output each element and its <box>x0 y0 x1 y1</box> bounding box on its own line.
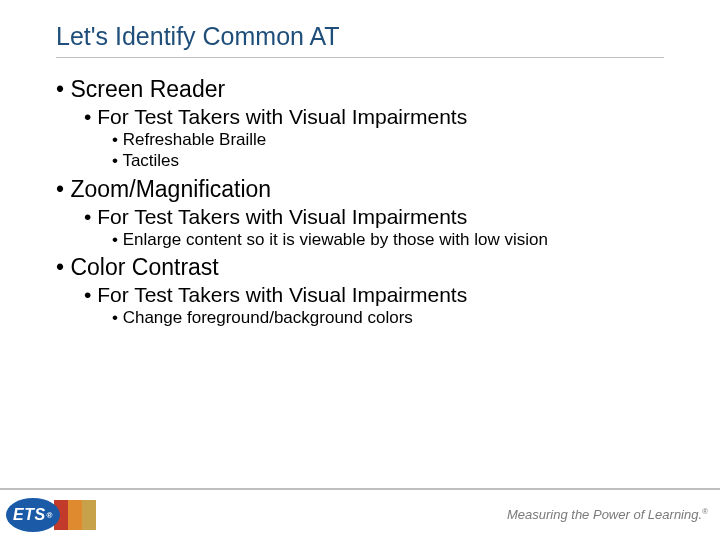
logo-text: ETS <box>13 506 46 524</box>
ets-logo-icon: ETS® <box>6 498 60 532</box>
logo: ETS® <box>0 498 96 532</box>
bullet-level2: For Test Takers with Visual Impairments <box>84 283 664 307</box>
tagline: Measuring the Power of Learning.® <box>507 507 708 522</box>
registered-mark: ® <box>47 511 53 520</box>
bullet-level3: Enlarge content so it is viewable by tho… <box>112 229 664 250</box>
title-underline <box>56 57 664 58</box>
bullet-level1: Color Contrast <box>56 254 664 281</box>
bullet-level3: Tactiles <box>112 150 664 171</box>
tagline-text: Measuring the Power of Learning. <box>507 508 702 523</box>
slide: Let's Identify Common AT Screen Reader F… <box>0 0 720 540</box>
bullet-level1: Zoom/Magnification <box>56 176 664 203</box>
bullet-level1: Screen Reader <box>56 76 664 103</box>
color-block-icon <box>82 500 96 530</box>
footer-inner: ETS® Measuring the Power of Learning.® <box>0 490 720 540</box>
bullet-level2: For Test Takers with Visual Impairments <box>84 105 664 129</box>
slide-title: Let's Identify Common AT <box>56 22 664 51</box>
bullet-level3: Change foreground/background colors <box>112 307 664 328</box>
content-area: Let's Identify Common AT Screen Reader F… <box>0 0 720 328</box>
bullet-level2: For Test Takers with Visual Impairments <box>84 205 664 229</box>
logo-color-blocks <box>54 500 96 530</box>
registered-mark: ® <box>702 507 708 516</box>
bullet-level3: Refreshable Braille <box>112 129 664 150</box>
footer: ETS® Measuring the Power of Learning.® <box>0 488 720 540</box>
color-block-icon <box>68 500 82 530</box>
